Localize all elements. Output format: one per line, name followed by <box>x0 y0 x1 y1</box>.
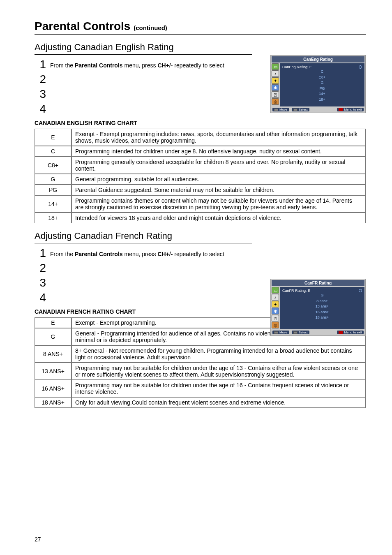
page-title: Parental Controls (continued) <box>35 20 366 33</box>
step-text-bold: Parental Controls <box>75 251 123 257</box>
step-number: 3 <box>35 277 46 289</box>
table-row: 13 ANS+Programming may not be suitable f… <box>35 363 366 380</box>
rating-code: 14+ <box>35 195 71 213</box>
osd-title: CanFR Rating <box>272 280 364 286</box>
osd-hint-select: Select <box>292 331 309 334</box>
rating-desc: Programming contains themes or content w… <box>71 195 366 213</box>
osd-title: CanEng Rating <box>272 56 364 62</box>
step-number: 2 <box>35 74 46 85</box>
lock-icon[interactable]: ⍞ <box>272 91 279 98</box>
page-number: 27 <box>35 536 41 543</box>
table-row: C8+Programming generally considered acce… <box>35 157 366 174</box>
osd-option[interactable]: 14+ <box>282 91 362 97</box>
step-number: 4 <box>35 292 46 303</box>
ok-button-icon <box>293 331 297 334</box>
osd-option[interactable]: G <box>282 293 362 298</box>
step-row: 2 <box>35 262 366 274</box>
picture-icon[interactable]: ▭ <box>272 63 279 70</box>
osd-option[interactable]: PG <box>282 86 362 92</box>
title-main: Parental Controls <box>35 20 130 32</box>
radio-icon[interactable] <box>359 65 362 69</box>
lock-icon[interactable]: ⍞ <box>272 315 279 321</box>
rating-code: 16 ANS+ <box>35 380 71 397</box>
osd-content: CanEng Rating: E CC8+GPG14+18+ <box>280 63 364 106</box>
rating-desc: 8+ General - Not recommended for young c… <box>71 345 366 363</box>
eng-rating-table: EExempt - Exempt programming includes: n… <box>35 129 366 223</box>
osd-label: CanEng Rating: <box>282 65 309 69</box>
rating-code: 18+ <box>35 213 71 223</box>
subhead-fr: Adjusting Canadian French Rating <box>35 231 366 241</box>
rating-desc: Programming intended for children under … <box>71 146 366 157</box>
nav-button-icon <box>274 109 278 111</box>
rating-code: E <box>35 129 71 146</box>
osd-canfr: CanFR Rating ▭ ♪ ✦ ✱ ⍞ ◎ CanFR Rating: E… <box>270 279 366 336</box>
step-number: 1 <box>35 59 46 70</box>
table-row: EExempt - Exempt programming includes: n… <box>35 129 366 146</box>
title-rule <box>35 34 366 35</box>
rating-code: PG <box>35 185 71 195</box>
osd-hint-move: Move <box>272 108 289 111</box>
menu-button-icon <box>339 108 343 111</box>
osd-caneng: CanEng Rating ▭ ♪ ✦ ✱ ⍞ ◎ CanEng Rating:… <box>270 55 366 113</box>
rating-code: C <box>35 146 71 157</box>
osd-option[interactable]: 8 ans+ <box>282 298 362 304</box>
step-text-frag: repeatedly to select <box>173 62 224 69</box>
rating-desc: Intended for viewers 18 years and older … <box>71 213 366 223</box>
picture-icon[interactable]: ▭ <box>272 287 279 294</box>
rating-desc: Only for adult viewing.Could contain fre… <box>71 397 366 408</box>
step-number: 1 <box>35 247 46 259</box>
osd-value[interactable]: E <box>309 65 312 69</box>
osd-option[interactable]: 13 ans+ <box>282 304 362 310</box>
osd-option[interactable]: 16 ans+ <box>282 310 362 315</box>
osd-option[interactable]: G <box>282 80 362 86</box>
step-text-bold: Parental Controls <box>75 62 123 69</box>
ok-button-icon <box>293 109 297 111</box>
radio-icon[interactable] <box>359 289 362 292</box>
function-icon[interactable]: ✱ <box>272 308 279 314</box>
osd-option[interactable]: C <box>282 69 362 75</box>
osd-content: CanFR Rating: E G8 ans+13 ans+16 ans+18 … <box>280 287 364 329</box>
step-text-frag: menu, press <box>123 251 158 257</box>
step-number: 4 <box>35 103 46 115</box>
osd-hint-menu: Menu to exit <box>337 331 364 334</box>
rating-desc: Exempt - Exempt programming includes: ne… <box>71 129 366 146</box>
rating-code: G <box>35 328 71 345</box>
function-icon[interactable]: ✱ <box>272 84 279 91</box>
setup-icon[interactable]: ◎ <box>272 322 279 328</box>
osd-hint-menu: Menu to exit <box>337 108 364 111</box>
sound-icon[interactable]: ♪ <box>272 294 279 301</box>
signal-icon[interactable]: ✦ <box>272 301 279 308</box>
osd-footer: Move Select Menu to exit <box>271 329 365 335</box>
step-text-frag: repeatedly to select <box>173 251 224 257</box>
osd-value[interactable]: E <box>308 289 310 293</box>
signal-icon[interactable]: ✦ <box>272 77 279 84</box>
step-text-frag: menu, press <box>123 62 158 69</box>
table-row: 18+Intended for viewers 18 years and old… <box>35 213 366 223</box>
rating-code: 8 ANS+ <box>35 345 71 363</box>
step-text-frag: From the <box>50 62 75 69</box>
osd-hint-select: Select <box>292 108 309 111</box>
rating-desc: Programming generally considered accepta… <box>71 157 366 174</box>
table-row: 16 ANS+Programming may not be suitable f… <box>35 380 366 397</box>
osd-tab-icons: ▭ ♪ ✦ ✱ ⍞ ◎ <box>271 62 280 106</box>
step-text: From the Parental Controls menu, press C… <box>50 247 224 257</box>
osd-option[interactable]: 18 ans+ <box>282 315 362 321</box>
osd-option[interactable]: 18+ <box>282 97 362 103</box>
subhead-eng: Adjusting Canadian English Rating <box>35 42 366 53</box>
osd-option[interactable]: C8+ <box>282 75 362 81</box>
rating-code: G <box>35 174 71 185</box>
table-row: CProgramming intended for children under… <box>35 146 366 157</box>
rating-desc: General programming, suitable for all au… <box>71 174 366 185</box>
sound-icon[interactable]: ♪ <box>272 70 279 77</box>
table-row: GGeneral programming, suitable for all a… <box>35 174 366 185</box>
setup-icon[interactable]: ◎ <box>272 98 279 105</box>
step-text-bold: CH+/- <box>157 251 173 257</box>
osd-footer: Move Select Menu to exit <box>271 106 365 113</box>
rating-code: C8+ <box>35 157 71 174</box>
rating-code: 18 ANS+ <box>35 397 71 408</box>
table-row: 18 ANS+Only for adult viewing.Could cont… <box>35 397 366 408</box>
step-text-frag: From the <box>50 251 75 257</box>
table-row: 8 ANS+8+ General - Not recommended for y… <box>35 345 366 363</box>
rating-desc: Programming may not be suitable for chil… <box>71 363 366 380</box>
rating-desc: Parental Guidance suggested. Some materi… <box>71 185 366 195</box>
